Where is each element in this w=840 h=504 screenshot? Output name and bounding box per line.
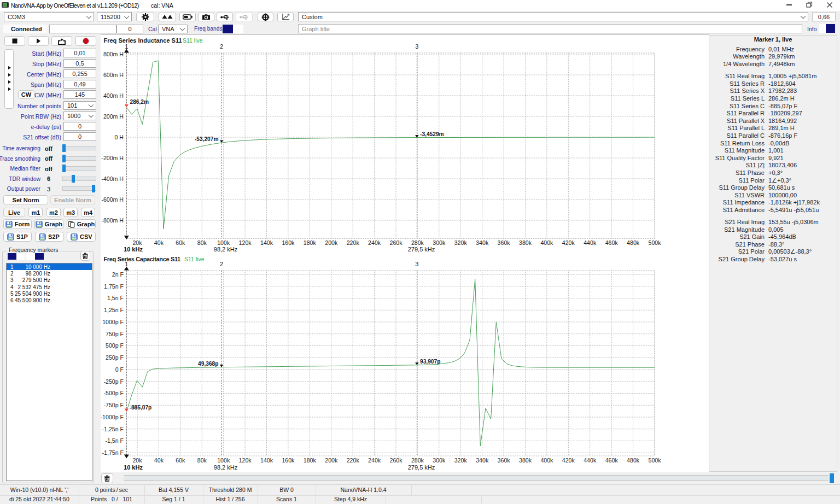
svg-text:200m H: 200m H — [103, 113, 124, 120]
svg-text:800m H: 800m H — [103, 51, 124, 57]
svg-text:Freq Series Capacitance S11: Freq Series Capacitance S11 — [104, 256, 181, 262]
svg-text:1: 1 — [125, 43, 128, 50]
svg-text:180k: 180k — [304, 457, 317, 464]
svg-text:300k: 300k — [433, 239, 446, 246]
svg-text:160k: 160k — [282, 457, 295, 464]
svg-text:750p F: 750p F — [106, 331, 124, 337]
svg-text:140k: 140k — [260, 457, 273, 464]
svg-text:93,907p: 93,907p — [420, 359, 440, 365]
svg-text:98,2 kHz: 98,2 kHz — [214, 464, 237, 471]
svg-text:-250p F: -250p F — [103, 378, 124, 385]
svg-text:380k: 380k — [519, 239, 532, 246]
svg-text:260k: 260k — [390, 457, 403, 464]
svg-text:-1,25n F: -1,25n F — [102, 426, 124, 432]
svg-text:440k: 440k — [584, 239, 597, 246]
svg-text:1,25n F: 1,25n F — [104, 307, 124, 313]
svg-text:S11 live: S11 live — [183, 37, 203, 44]
svg-text:60k: 60k — [176, 239, 185, 246]
svg-text:360k: 360k — [498, 239, 511, 246]
svg-text:-885,07p: -885,07p — [130, 405, 152, 411]
svg-text:Freq Series Inductance S11: Freq Series Inductance S11 — [104, 37, 182, 44]
svg-text:-3,4529m: -3,4529m — [420, 131, 444, 137]
svg-text:300k: 300k — [433, 457, 446, 464]
svg-text:-1,5n F: -1,5n F — [105, 437, 124, 444]
svg-text:20k: 20k — [132, 457, 142, 464]
svg-text:400k: 400k — [540, 239, 553, 246]
svg-text:20k: 20k — [132, 239, 142, 246]
svg-text:279,5 kHz: 279,5 kHz — [408, 464, 435, 471]
svg-text:-400m H: -400m H — [101, 175, 124, 182]
svg-text:500k: 500k — [649, 457, 662, 464]
svg-text:400k: 400k — [540, 457, 553, 464]
svg-text:240k: 240k — [368, 457, 381, 464]
svg-text:120k: 120k — [239, 239, 252, 246]
svg-text:-500p F: -500p F — [103, 390, 124, 396]
svg-text:220k: 220k — [347, 457, 360, 464]
svg-text:-800m H: -800m H — [101, 217, 124, 224]
svg-text:280k: 280k — [411, 239, 424, 246]
svg-text:1,75n F: 1,75n F — [104, 283, 124, 290]
svg-text:-750p F: -750p F — [103, 402, 124, 408]
svg-text:3: 3 — [415, 43, 418, 50]
svg-text:180k: 180k — [304, 239, 317, 246]
svg-text:3: 3 — [415, 261, 418, 267]
svg-text:500k: 500k — [649, 239, 662, 246]
svg-text:460k: 460k — [605, 457, 619, 464]
svg-text:480k: 480k — [627, 239, 640, 246]
svg-text:0 F: 0 F — [115, 366, 124, 373]
svg-text:-1,75n F: -1,75n F — [102, 449, 124, 456]
svg-text:2: 2 — [220, 261, 223, 267]
svg-text:320k: 320k — [454, 239, 468, 246]
svg-text:120k: 120k — [239, 457, 252, 464]
svg-text:160k: 160k — [282, 239, 295, 246]
svg-text:280k: 280k — [411, 457, 424, 464]
svg-text:600m H: 600m H — [103, 72, 124, 78]
svg-text:60k: 60k — [176, 457, 185, 464]
svg-text:420k: 420k — [562, 457, 575, 464]
svg-text:260k: 260k — [390, 239, 403, 246]
svg-text:40k: 40k — [154, 239, 164, 246]
svg-text:320k: 320k — [454, 457, 468, 464]
svg-text:2n F: 2n F — [112, 271, 124, 278]
svg-text:360k: 360k — [498, 457, 511, 464]
svg-text:49,368p: 49,368p — [198, 361, 218, 367]
svg-text:100k: 100k — [217, 457, 230, 464]
svg-text:380k: 380k — [519, 457, 532, 464]
svg-text:1000p F: 1000p F — [102, 319, 124, 325]
svg-text:220k: 220k — [347, 239, 360, 246]
svg-text:286,2m: 286,2m — [130, 99, 149, 105]
svg-text:420k: 420k — [562, 239, 575, 246]
svg-text:400m H: 400m H — [103, 92, 124, 99]
svg-text:1: 1 — [125, 261, 128, 267]
svg-text:S11 live: S11 live — [184, 256, 205, 262]
svg-text:2: 2 — [220, 43, 223, 50]
svg-text:200k: 200k — [325, 239, 338, 246]
svg-text:1,5n F: 1,5n F — [107, 295, 124, 301]
svg-text:140k: 140k — [260, 239, 273, 246]
svg-text:340k: 340k — [476, 239, 489, 246]
svg-text:440k: 440k — [584, 457, 597, 464]
svg-text:-600m H: -600m H — [101, 196, 124, 203]
svg-text:-200m H: -200m H — [101, 155, 124, 161]
svg-text:480k: 480k — [627, 457, 640, 464]
svg-text:200k: 200k — [325, 457, 338, 464]
svg-text:-53,207m: -53,207m — [195, 136, 219, 142]
svg-text:460k: 460k — [605, 239, 619, 246]
svg-text:100k: 100k — [217, 239, 230, 246]
svg-text:40k: 40k — [154, 457, 164, 464]
svg-text:80k: 80k — [197, 239, 207, 246]
svg-text:500p F: 500p F — [106, 342, 124, 349]
svg-text:80k: 80k — [197, 457, 207, 464]
svg-text:240k: 240k — [368, 239, 381, 246]
svg-text:10 kHz: 10 kHz — [124, 464, 143, 471]
svg-text:0 H: 0 H — [115, 134, 124, 140]
svg-text:250p F: 250p F — [106, 354, 124, 361]
svg-text:-1000p F: -1000p F — [101, 414, 124, 420]
svg-text:340k: 340k — [476, 457, 489, 464]
